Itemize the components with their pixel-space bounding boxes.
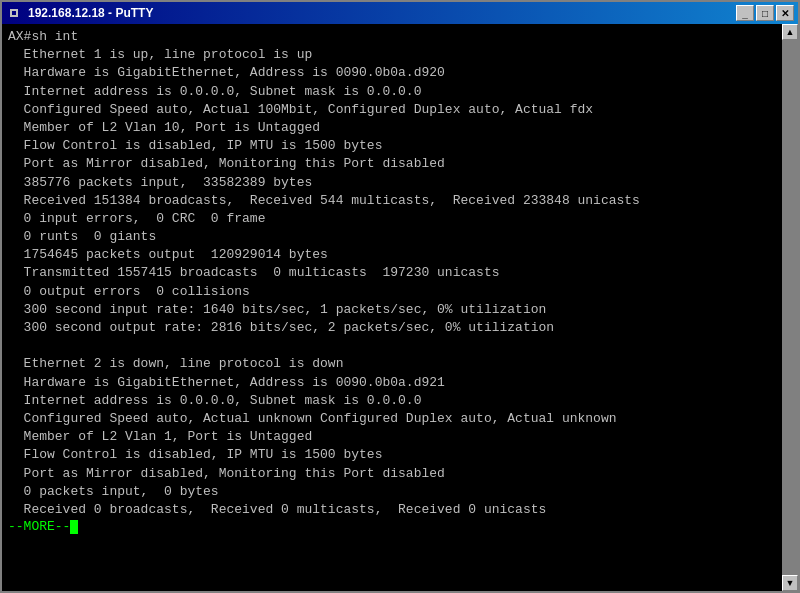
maximize-button[interactable]: □ xyxy=(756,5,774,21)
minimize-button[interactable]: _ xyxy=(736,5,754,21)
window-controls: _ □ ✕ xyxy=(736,5,794,21)
scrollbar[interactable]: ▲ ▼ xyxy=(782,24,798,591)
cursor xyxy=(70,520,78,534)
scroll-up-button[interactable]: ▲ xyxy=(782,24,798,40)
putty-icon xyxy=(6,5,22,21)
putty-window: 192.168.12.18 - PuTTY _ □ ✕ AX#sh int Et… xyxy=(0,0,800,593)
terminal-area[interactable]: AX#sh int Ethernet 1 is up, line protoco… xyxy=(2,24,798,591)
scroll-track[interactable] xyxy=(782,40,798,575)
terminal-output: AX#sh int Ethernet 1 is up, line protoco… xyxy=(8,28,792,519)
more-prompt: --MORE-- xyxy=(8,519,70,534)
title-bar: 192.168.12.18 - PuTTY _ □ ✕ xyxy=(2,2,798,24)
scroll-down-button[interactable]: ▼ xyxy=(782,575,798,591)
close-button[interactable]: ✕ xyxy=(776,5,794,21)
svg-rect-2 xyxy=(12,11,16,15)
window-title: 192.168.12.18 - PuTTY xyxy=(28,6,153,20)
title-bar-left: 192.168.12.18 - PuTTY xyxy=(6,5,153,21)
